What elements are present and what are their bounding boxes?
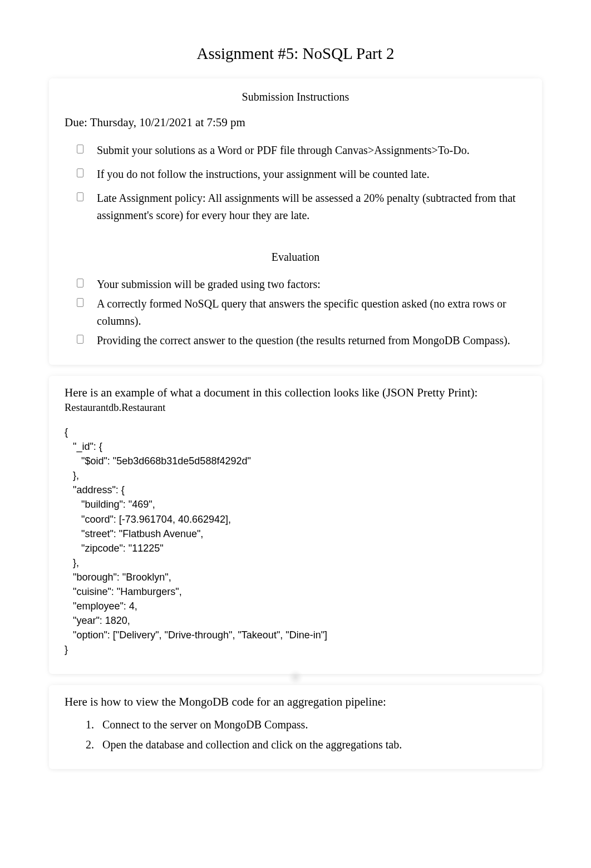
pipeline-card: Here is how to view the MongoDB code for… — [49, 685, 542, 769]
evaluation-bullets: Your submission will be graded using two… — [65, 276, 526, 349]
json-example: { "_id": { "$oid": "5eb3d668b31de5d588f4… — [65, 425, 526, 657]
evaluation-heading: Evaluation — [65, 251, 526, 264]
example-card: Here is an example of what a document in… — [49, 376, 542, 674]
list-item: Providing the correct answer to the ques… — [77, 332, 526, 349]
assignment-title: Assignment #5: NoSQL Part 2 — [33, 44, 558, 63]
list-item: A correctly formed NoSQL query that answ… — [77, 295, 526, 330]
submission-heading: Submission Instructions — [65, 91, 526, 103]
list-item: If you do not follow the instructions, y… — [77, 166, 526, 183]
due-date: Due: Thursday, 10/21/2021 at 7:59 pm — [65, 116, 526, 130]
submission-bullets: Submit your solutions as a Word or PDF f… — [65, 142, 526, 224]
list-item: Connect to the server on MongoDB Compass… — [97, 716, 526, 733]
watermark-blur — [288, 670, 303, 685]
pipeline-intro: Here is how to view the MongoDB code for… — [65, 695, 526, 709]
list-item: Your submission will be graded using two… — [77, 276, 526, 293]
collection-name: Restaurantdb.Restaurant — [65, 402, 526, 414]
example-intro: Here is an example of what a document in… — [65, 386, 526, 400]
list-item: Late Assignment policy: All assignments … — [77, 190, 526, 224]
instructions-card: Submission Instructions Due: Thursday, 1… — [49, 78, 542, 365]
list-item: Open the database and collection and cli… — [97, 736, 526, 753]
page: Assignment #5: NoSQL Part 2 Submission I… — [0, 0, 591, 769]
pipeline-steps: Connect to the server on MongoDB Compass… — [65, 716, 526, 753]
list-item: Submit your solutions as a Word or PDF f… — [77, 142, 526, 159]
